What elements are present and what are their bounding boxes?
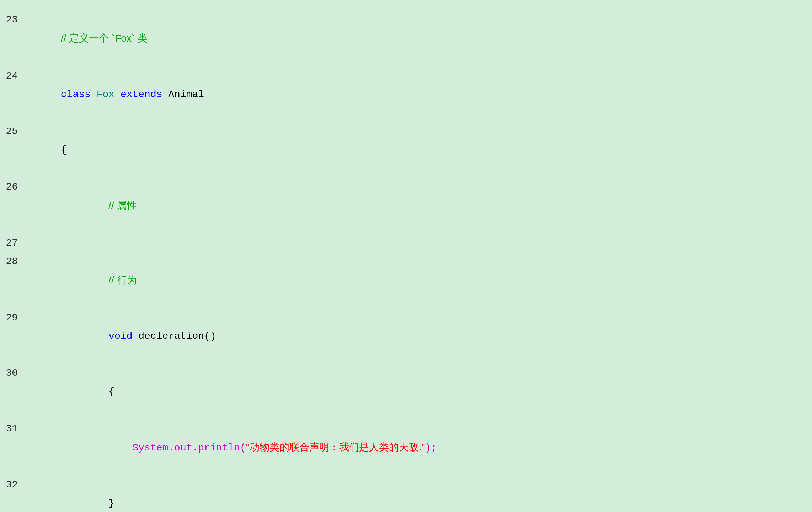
- line-content-30: {: [25, 364, 812, 420]
- line-number-31: 31: [0, 420, 25, 438]
- code-line-27: 27: [0, 234, 812, 252]
- code-line-25: 25 {: [0, 122, 812, 178]
- code-line-23: 23 // 定义一个 `Fox` 类: [0, 11, 812, 67]
- line-content-23: // 定义一个 `Fox` 类: [25, 11, 812, 67]
- code-line-30: 30 {: [0, 364, 812, 420]
- line-content-31: System.out.println("动物类的联合声明：我们是人类的天敌.")…: [25, 420, 812, 476]
- line-number-29: 29: [0, 309, 25, 327]
- code-editor: 23 // 定义一个 `Fox` 类 24 class Fox extends …: [0, 7, 812, 512]
- code-line-29: 29 void decleration(): [0, 309, 812, 364]
- code-line-32: 32 }: [0, 476, 812, 512]
- line-number-27: 27: [0, 234, 25, 252]
- line-content-29: void decleration(): [25, 309, 812, 364]
- code-line-26: 26 // 属性: [0, 178, 812, 234]
- line-content-32: }: [25, 476, 812, 512]
- line-number-28: 28: [0, 252, 25, 271]
- code-line-24: 24 class Fox extends Animal: [0, 67, 812, 122]
- line-content-28: // 行为: [25, 252, 812, 309]
- line-content-24: class Fox extends Animal: [25, 67, 812, 122]
- line-number-24: 24: [0, 67, 25, 85]
- line-number-26: 26: [0, 178, 25, 196]
- code-line-31: 31 System.out.println("动物类的联合声明：我们是人类的天敌…: [0, 420, 812, 476]
- line-number-32: 32: [0, 476, 25, 494]
- line-content-26: // 属性: [25, 178, 812, 234]
- line-content-25: {: [25, 122, 812, 178]
- line-number-30: 30: [0, 364, 25, 383]
- line-number-23: 23: [0, 11, 25, 29]
- line-number-25: 25: [0, 122, 25, 141]
- code-line-28: 28 // 行为: [0, 252, 812, 309]
